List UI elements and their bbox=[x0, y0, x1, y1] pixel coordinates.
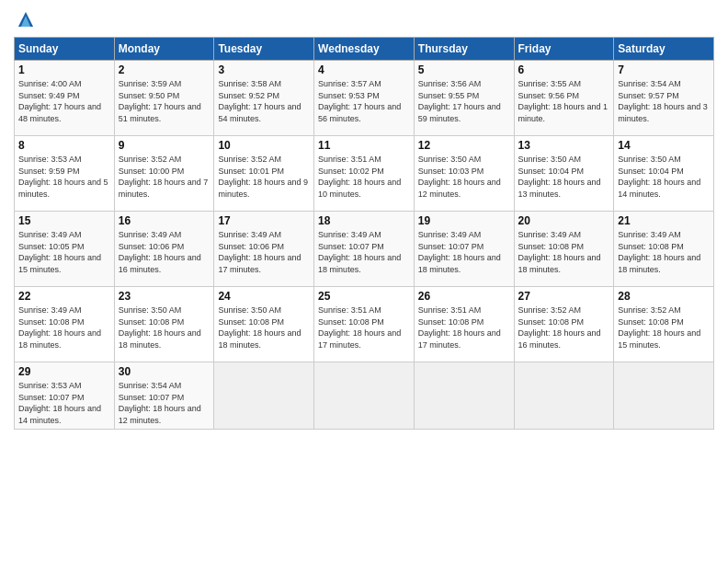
cell-info: Sunrise: 3:53 AM Sunset: 10:07 PM Daylig… bbox=[18, 380, 110, 426]
calendar-cell: 16 Sunrise: 3:49 AM Sunset: 10:06 PM Day… bbox=[114, 212, 214, 287]
cell-info: Sunrise: 3:55 AM Sunset: 9:56 PM Dayligh… bbox=[518, 78, 610, 124]
cell-info: Sunrise: 3:49 AM Sunset: 10:06 PM Daylig… bbox=[218, 229, 310, 275]
calendar-cell: 12 Sunrise: 3:50 AM Sunset: 10:03 PM Day… bbox=[414, 136, 514, 212]
calendar-cell: 6 Sunrise: 3:55 AM Sunset: 9:56 PM Dayli… bbox=[514, 61, 614, 136]
day-number: 7 bbox=[618, 63, 710, 76]
day-number: 24 bbox=[218, 290, 310, 303]
calendar-week-4: 22 Sunrise: 3:49 AM Sunset: 10:08 PM Day… bbox=[15, 287, 714, 362]
calendar-cell: 20 Sunrise: 3:49 AM Sunset: 10:08 PM Day… bbox=[514, 212, 614, 287]
cell-info: Sunrise: 3:49 AM Sunset: 10:08 PM Daylig… bbox=[18, 304, 110, 350]
header bbox=[14, 9, 714, 29]
cell-info: Sunrise: 3:58 AM Sunset: 9:52 PM Dayligh… bbox=[218, 78, 310, 124]
cell-info: Sunrise: 3:49 AM Sunset: 10:07 PM Daylig… bbox=[318, 229, 410, 275]
day-number: 21 bbox=[618, 214, 710, 227]
calendar-cell bbox=[214, 362, 314, 430]
calendar-cell: 26 Sunrise: 3:51 AM Sunset: 10:08 PM Day… bbox=[414, 287, 514, 362]
cell-info: Sunrise: 3:52 AM Sunset: 10:00 PM Daylig… bbox=[119, 154, 210, 200]
cell-info: Sunrise: 3:57 AM Sunset: 9:53 PM Dayligh… bbox=[318, 78, 410, 124]
cell-info: Sunrise: 3:59 AM Sunset: 9:50 PM Dayligh… bbox=[119, 78, 210, 124]
calendar-cell: 8 Sunrise: 3:53 AM Sunset: 9:59 PM Dayli… bbox=[15, 136, 115, 212]
cell-info: Sunrise: 4:00 AM Sunset: 9:49 PM Dayligh… bbox=[18, 78, 110, 124]
calendar-cell: 14 Sunrise: 3:50 AM Sunset: 10:04 PM Day… bbox=[614, 136, 714, 212]
day-number: 23 bbox=[119, 290, 210, 303]
calendar-header-row: SundayMondayTuesdayWednesdayThursdayFrid… bbox=[15, 38, 714, 61]
calendar-week-5: 29 Sunrise: 3:53 AM Sunset: 10:07 PM Day… bbox=[15, 362, 714, 430]
day-number: 27 bbox=[518, 290, 610, 303]
cell-info: Sunrise: 3:52 AM Sunset: 10:01 PM Daylig… bbox=[218, 154, 310, 200]
page: SundayMondayTuesdayWednesdayThursdayFrid… bbox=[0, 0, 728, 563]
cell-info: Sunrise: 3:51 AM Sunset: 10:08 PM Daylig… bbox=[318, 304, 410, 350]
calendar-cell: 28 Sunrise: 3:52 AM Sunset: 10:08 PM Day… bbox=[614, 287, 714, 362]
calendar-cell: 10 Sunrise: 3:52 AM Sunset: 10:01 PM Day… bbox=[214, 136, 314, 212]
day-number: 28 bbox=[618, 290, 710, 303]
calendar-cell: 13 Sunrise: 3:50 AM Sunset: 10:04 PM Day… bbox=[514, 136, 614, 212]
cell-info: Sunrise: 3:52 AM Sunset: 10:08 PM Daylig… bbox=[518, 304, 610, 350]
cell-info: Sunrise: 3:50 AM Sunset: 10:08 PM Daylig… bbox=[218, 304, 310, 350]
cell-info: Sunrise: 3:54 AM Sunset: 9:57 PM Dayligh… bbox=[618, 78, 710, 124]
calendar-cell: 29 Sunrise: 3:53 AM Sunset: 10:07 PM Day… bbox=[15, 362, 115, 430]
calendar-week-1: 1 Sunrise: 4:00 AM Sunset: 9:49 PM Dayli… bbox=[15, 61, 714, 136]
calendar-cell: 17 Sunrise: 3:49 AM Sunset: 10:06 PM Day… bbox=[214, 212, 314, 287]
calendar-cell: 22 Sunrise: 3:49 AM Sunset: 10:08 PM Day… bbox=[15, 287, 115, 362]
day-number: 17 bbox=[218, 214, 310, 227]
calendar-cell: 23 Sunrise: 3:50 AM Sunset: 10:08 PM Day… bbox=[114, 287, 214, 362]
calendar-header-thursday: Thursday bbox=[414, 38, 514, 61]
calendar-cell bbox=[414, 362, 514, 430]
calendar-header-monday: Monday bbox=[114, 38, 214, 61]
cell-info: Sunrise: 3:52 AM Sunset: 10:08 PM Daylig… bbox=[618, 304, 710, 350]
day-number: 4 bbox=[318, 63, 410, 76]
calendar-cell: 21 Sunrise: 3:49 AM Sunset: 10:08 PM Day… bbox=[614, 212, 714, 287]
day-number: 19 bbox=[418, 214, 510, 227]
cell-info: Sunrise: 3:50 AM Sunset: 10:03 PM Daylig… bbox=[418, 154, 510, 200]
calendar-cell: 9 Sunrise: 3:52 AM Sunset: 10:00 PM Dayl… bbox=[114, 136, 214, 212]
calendar-week-2: 8 Sunrise: 3:53 AM Sunset: 9:59 PM Dayli… bbox=[15, 136, 714, 212]
day-number: 1 bbox=[18, 63, 110, 76]
cell-info: Sunrise: 3:49 AM Sunset: 10:07 PM Daylig… bbox=[418, 229, 510, 275]
calendar-cell: 18 Sunrise: 3:49 AM Sunset: 10:07 PM Day… bbox=[314, 212, 415, 287]
calendar-cell: 30 Sunrise: 3:54 AM Sunset: 10:07 PM Day… bbox=[114, 362, 214, 430]
day-number: 16 bbox=[119, 214, 210, 227]
calendar-header-wednesday: Wednesday bbox=[314, 38, 415, 61]
day-number: 8 bbox=[18, 139, 110, 152]
day-number: 29 bbox=[18, 365, 110, 378]
calendar-cell: 11 Sunrise: 3:51 AM Sunset: 10:02 PM Day… bbox=[314, 136, 415, 212]
calendar-cell: 5 Sunrise: 3:56 AM Sunset: 9:55 PM Dayli… bbox=[414, 61, 514, 136]
calendar-cell: 4 Sunrise: 3:57 AM Sunset: 9:53 PM Dayli… bbox=[314, 61, 415, 136]
day-number: 14 bbox=[618, 139, 710, 152]
day-number: 18 bbox=[318, 214, 410, 227]
day-number: 25 bbox=[318, 290, 410, 303]
calendar-cell: 2 Sunrise: 3:59 AM Sunset: 9:50 PM Dayli… bbox=[114, 61, 214, 136]
cell-info: Sunrise: 3:50 AM Sunset: 10:04 PM Daylig… bbox=[618, 154, 710, 200]
calendar-cell bbox=[514, 362, 614, 430]
cell-info: Sunrise: 3:49 AM Sunset: 10:05 PM Daylig… bbox=[18, 229, 110, 275]
calendar-week-3: 15 Sunrise: 3:49 AM Sunset: 10:05 PM Day… bbox=[15, 212, 714, 287]
cell-info: Sunrise: 3:49 AM Sunset: 10:08 PM Daylig… bbox=[518, 229, 610, 275]
calendar-cell: 15 Sunrise: 3:49 AM Sunset: 10:05 PM Day… bbox=[15, 212, 115, 287]
day-number: 10 bbox=[218, 139, 310, 152]
day-number: 2 bbox=[119, 63, 210, 76]
calendar-header-tuesday: Tuesday bbox=[214, 38, 314, 61]
day-number: 5 bbox=[418, 63, 510, 76]
day-number: 15 bbox=[18, 214, 110, 227]
logo-icon bbox=[16, 9, 36, 29]
day-number: 12 bbox=[418, 139, 510, 152]
calendar-header-friday: Friday bbox=[514, 38, 614, 61]
calendar-cell: 7 Sunrise: 3:54 AM Sunset: 9:57 PM Dayli… bbox=[614, 61, 714, 136]
day-number: 11 bbox=[318, 139, 410, 152]
cell-info: Sunrise: 3:56 AM Sunset: 9:55 PM Dayligh… bbox=[418, 78, 510, 124]
calendar-cell: 19 Sunrise: 3:49 AM Sunset: 10:07 PM Day… bbox=[414, 212, 514, 287]
calendar-cell: 24 Sunrise: 3:50 AM Sunset: 10:08 PM Day… bbox=[214, 287, 314, 362]
calendar-cell: 3 Sunrise: 3:58 AM Sunset: 9:52 PM Dayli… bbox=[214, 61, 314, 136]
cell-info: Sunrise: 3:54 AM Sunset: 10:07 PM Daylig… bbox=[119, 380, 210, 426]
day-number: 30 bbox=[119, 365, 210, 378]
day-number: 6 bbox=[518, 63, 610, 76]
calendar-cell: 25 Sunrise: 3:51 AM Sunset: 10:08 PM Day… bbox=[314, 287, 415, 362]
calendar-cell: 1 Sunrise: 4:00 AM Sunset: 9:49 PM Dayli… bbox=[15, 61, 115, 136]
cell-info: Sunrise: 3:51 AM Sunset: 10:02 PM Daylig… bbox=[318, 154, 410, 200]
calendar-header-saturday: Saturday bbox=[614, 38, 714, 61]
day-number: 3 bbox=[218, 63, 310, 76]
day-number: 22 bbox=[18, 290, 110, 303]
cell-info: Sunrise: 3:50 AM Sunset: 10:04 PM Daylig… bbox=[518, 154, 610, 200]
calendar-header-sunday: Sunday bbox=[15, 38, 115, 61]
cell-info: Sunrise: 3:53 AM Sunset: 9:59 PM Dayligh… bbox=[18, 154, 110, 200]
